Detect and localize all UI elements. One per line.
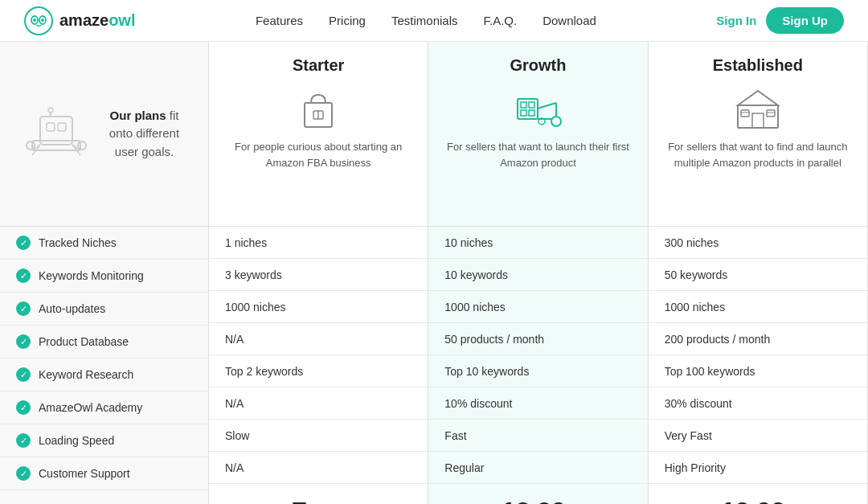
pricing-intro: Our plans fit onto different user goals. <box>96 107 192 162</box>
starter-desc: For people curious about starting an Ama… <box>222 139 415 170</box>
established-val-1: 50 keywords <box>649 259 867 291</box>
starter-icon <box>290 83 346 139</box>
established-val-5: 30% discount <box>649 387 867 420</box>
feature-label: AmazeOwl Academy <box>39 401 142 414</box>
pricing-section: Our plans fit onto different user goals.… <box>0 42 868 504</box>
svg-point-26 <box>551 117 561 126</box>
growth-price: $12.99/mo <box>492 497 585 504</box>
feature-check-icon: ✓ <box>16 236 31 250</box>
nav-testimonials[interactable]: Testimonials <box>391 14 458 27</box>
svg-rect-24 <box>529 110 534 116</box>
growth-val-2: 1000 niches <box>428 291 647 323</box>
nav-features[interactable]: Features <box>256 14 303 27</box>
feature-row-product-database: ✓ Product Database <box>0 326 209 359</box>
growth-desc: For sellers that want to launch their fi… <box>441 139 634 170</box>
growth-price-amount: $12.99/mo <box>492 497 585 504</box>
svg-rect-21 <box>521 102 526 108</box>
feature-check-icon: ✓ <box>16 367 31 382</box>
feature-row-auto-updates: ✓ Auto-updates <box>0 293 209 326</box>
feature-row-academy: ✓ AmazeOwl Academy <box>0 391 209 424</box>
plan-growth: Growth For sellers that want to launch t… <box>428 42 648 504</box>
svg-marker-31 <box>738 91 778 105</box>
growth-footer: $12.99/mo <box>428 484 647 504</box>
svg-point-0 <box>25 7 52 35</box>
svg-rect-32 <box>752 113 764 128</box>
starter-price-label: Free <box>291 497 346 504</box>
feature-row-keywords-monitoring: ✓ Keywords Monitoring <box>0 260 209 293</box>
starter-val-3: N/A <box>209 323 428 355</box>
owl-logo-icon <box>24 6 53 35</box>
established-icon <box>730 83 786 139</box>
growth-val-5: 10% discount <box>428 387 647 420</box>
logo: amazeowl <box>24 6 136 35</box>
feature-label: Loading Speed <box>39 434 114 447</box>
nav-actions: Sign In Sign Up <box>716 7 844 34</box>
feature-row-keyword-research: ✓ Keyword Research <box>0 359 209 391</box>
nav-download[interactable]: Download <box>542 14 596 27</box>
growth-header: Growth For sellers that want to launch t… <box>428 42 647 227</box>
plan-starter: Starter For people curious about startin… <box>209 42 428 504</box>
plan-established: Established For sellers that want to fin… <box>649 42 868 504</box>
svg-rect-22 <box>529 102 534 108</box>
features-footer <box>0 490 209 504</box>
established-val-2: 1000 niches <box>649 291 867 323</box>
features-header: Our plans fit onto different user goals. <box>0 42 209 227</box>
starter-name: Starter <box>293 56 344 75</box>
feature-label: Keywords Monitoring <box>39 269 144 282</box>
feature-label: Product Database <box>39 335 129 348</box>
starter-price: Free <box>291 497 346 504</box>
growth-val-4: Top 10 keywords <box>428 355 647 387</box>
feature-label: Auto-updates <box>39 302 105 315</box>
svg-rect-6 <box>47 123 55 131</box>
starter-val-4: Top 2 keywords <box>209 355 428 387</box>
feature-label: Keyword Research <box>39 368 133 381</box>
feature-label: Customer Support <box>39 467 130 480</box>
feature-check-icon: ✓ <box>16 466 31 481</box>
navbar: amazeowl Features Pricing Testimonials F… <box>0 0 868 42</box>
signup-button[interactable]: Sign Up <box>766 7 844 34</box>
nav-links: Features Pricing Testimonials F.A.Q. Dow… <box>256 14 596 27</box>
feature-check-icon: ✓ <box>16 334 31 349</box>
established-header: Established For sellers that want to fin… <box>649 42 867 227</box>
established-val-0: 300 niches <box>649 227 867 259</box>
feature-row-customer-support: ✓ Customer Support <box>0 457 209 490</box>
established-footer: $19.99/mo <box>649 484 867 504</box>
feature-row-tracked-niches: ✓ Tracked Niches <box>0 227 209 260</box>
starter-val-2: 1000 niches <box>209 291 428 323</box>
growth-name: Growth <box>510 56 566 75</box>
robot-illustration <box>16 92 96 165</box>
svg-rect-33 <box>741 110 749 117</box>
svg-rect-7 <box>58 123 66 131</box>
svg-point-11 <box>27 141 35 150</box>
established-price: $19.99/mo <box>711 497 805 504</box>
growth-val-3: 50 products / month <box>428 323 647 355</box>
starter-val-7: N/A <box>209 452 428 484</box>
starter-val-1: 3 keywords <box>209 259 428 291</box>
feature-check-icon: ✓ <box>16 400 31 415</box>
established-price-amount: $19.99/mo <box>711 497 805 504</box>
feature-check-icon: ✓ <box>16 268 31 283</box>
established-desc: For sellers that want to find and launch… <box>661 139 854 170</box>
growth-val-6: Fast <box>428 420 647 452</box>
established-val-7: High Priority <box>649 452 867 484</box>
starter-footer: Free <box>209 484 428 504</box>
svg-point-3 <box>33 18 36 22</box>
feature-check-icon: ✓ <box>16 301 31 316</box>
starter-val-0: 1 niches <box>209 227 428 259</box>
svg-line-25 <box>538 103 556 109</box>
growth-val-7: Regular <box>428 452 647 484</box>
svg-point-4 <box>41 18 44 22</box>
established-name: Established <box>713 56 803 75</box>
svg-rect-23 <box>521 110 526 116</box>
feature-label: Tracked Niches <box>39 236 117 249</box>
growth-val-0: 10 niches <box>428 227 647 259</box>
feature-check-icon: ✓ <box>16 433 31 448</box>
established-val-6: Very Fast <box>649 420 867 452</box>
nav-faq[interactable]: F.A.Q. <box>484 14 518 27</box>
starter-val-6: Slow <box>209 420 428 452</box>
nav-pricing[interactable]: Pricing <box>329 14 366 27</box>
svg-point-12 <box>78 141 86 150</box>
features-column: Our plans fit onto different user goals.… <box>0 42 209 504</box>
signin-button[interactable]: Sign In <box>716 14 756 27</box>
established-val-3: 200 products / month <box>649 323 867 355</box>
